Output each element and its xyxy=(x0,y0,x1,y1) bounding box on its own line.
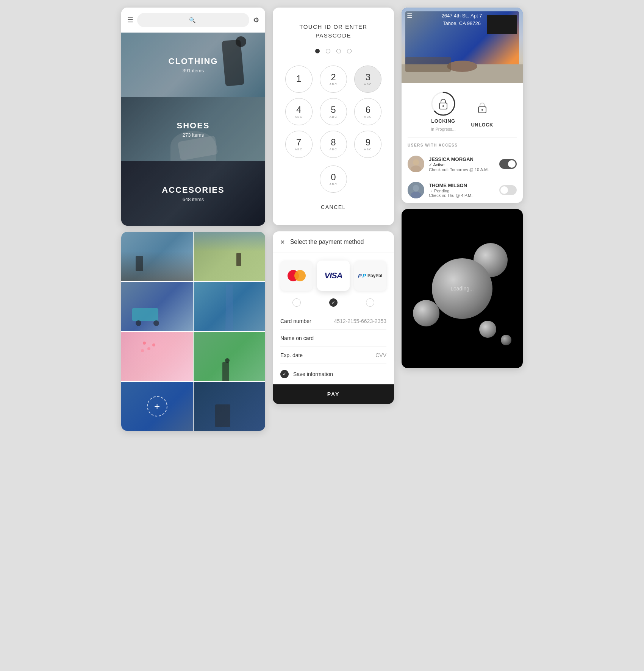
name-on-card-row[interactable]: Name on card xyxy=(280,330,386,347)
bubble-main: Loading... xyxy=(432,258,492,319)
search-bar[interactable]: 🔍 xyxy=(137,13,249,27)
key-0[interactable]: 0 ABC xyxy=(320,165,347,193)
user-row-jessica: JESSICA MORGAN ✓ Active Check out: Tomor… xyxy=(402,151,523,177)
jessica-info: JESSICA MORGAN ✓ Active Check out: Tomor… xyxy=(429,156,495,172)
key-9[interactable]: 9 ABC xyxy=(354,131,381,158)
payment-methods: VISA P P PayPal xyxy=(273,253,394,298)
radio-paypal[interactable] xyxy=(366,298,374,307)
passcode-dots xyxy=(315,49,352,53)
jessica-toggle[interactable] xyxy=(499,159,517,169)
paypal-logo: P P PayPal xyxy=(358,273,382,279)
key-1[interactable]: 1 xyxy=(285,66,313,93)
dot-4 xyxy=(347,49,352,53)
name-on-card-label: Name on card xyxy=(280,335,314,341)
save-checkbox[interactable]: ✓ xyxy=(280,370,289,378)
lock-controls: 0 LOCKING In Progress... 0 xyxy=(402,83,523,137)
photo-cell-4[interactable] xyxy=(194,282,265,331)
svg-point-12 xyxy=(413,185,419,192)
loading-panel: Loading... xyxy=(402,209,523,368)
thome-detail: Check in: Thu @ 4 P.M. xyxy=(429,193,495,198)
exp-cvv-row: Exp. date CVV xyxy=(280,347,386,364)
key-6[interactable]: 6 ABC xyxy=(354,98,381,125)
locking-arc xyxy=(429,89,458,118)
category-clothing[interactable]: CLOTHING 391 items xyxy=(121,33,265,97)
key-4[interactable]: 4 ABC xyxy=(285,98,313,125)
user-row-thome: THOME MILSON → Pending Check in: Thu @ 4… xyxy=(402,177,523,203)
save-check-icon: ✓ xyxy=(283,371,286,377)
category-name-clothing: CLOTHING xyxy=(169,56,218,66)
key-2[interactable]: 2 ABC xyxy=(320,66,347,93)
thome-status: → Pending xyxy=(429,189,495,193)
key-8[interactable]: 8 ABC xyxy=(320,131,347,158)
radio-paypal-wrap xyxy=(354,298,386,307)
menu-icon[interactable]: ☰ xyxy=(127,16,133,24)
svg-text:0: 0 xyxy=(481,109,483,111)
photo-cell-1[interactable] xyxy=(121,232,193,281)
category-count-shoes: 273 items xyxy=(183,132,204,138)
paypal-option[interactable]: P P PayPal xyxy=(354,261,386,291)
key-7[interactable]: 7 ABC xyxy=(285,131,313,158)
loading-bubbles: Loading... xyxy=(405,228,519,349)
jessica-detail: Check out: Tomorrow @ 10 A.M. xyxy=(429,167,495,172)
unlock-icon-wrap: 0 xyxy=(471,96,494,119)
cancel-button[interactable]: CANCEL xyxy=(317,200,350,214)
lock-action-unlock[interactable]: 0 UNLOCK xyxy=(471,96,494,128)
visa-option[interactable]: VISA xyxy=(317,261,349,291)
clothing-panel: ☰ 🔍 ⚙ CLOTHING 391 items xyxy=(121,8,265,226)
category-count-acc: 648 items xyxy=(183,197,204,202)
add-photo-button[interactable]: + xyxy=(147,396,167,417)
unlock-label: UNLOCK xyxy=(471,122,493,128)
lock-action-locking[interactable]: 0 LOCKING In Progress... xyxy=(431,92,455,131)
dot-1 xyxy=(315,49,320,53)
save-info-row: ✓ Save information xyxy=(273,364,394,384)
radio-mastercard xyxy=(280,298,313,307)
radio-mc[interactable] xyxy=(292,298,301,307)
filter-icon[interactable]: ⚙ xyxy=(253,16,259,24)
photo-cell-8[interactable] xyxy=(194,382,265,431)
lock-menu-icon[interactable]: ☰ xyxy=(407,12,412,19)
key-5[interactable]: 5 ABC xyxy=(320,98,347,125)
svg-point-9 xyxy=(413,159,419,166)
search-icon: 🔍 xyxy=(189,17,195,23)
category-accessories[interactable]: ACCESORIES 648 items xyxy=(121,161,265,226)
photo-cell-7[interactable]: + xyxy=(121,382,193,431)
photo-cell-3[interactable] xyxy=(121,282,193,331)
category-shoes[interactable]: SHOES 273 items xyxy=(121,97,265,161)
thome-toggle[interactable] xyxy=(499,185,517,195)
plus-icon: + xyxy=(154,401,160,412)
keypad: 1 2 ABC 3 ABC 4 ABC 5 ABC 6 ABC xyxy=(284,66,383,158)
payment-fields: Card number 4512-2155-6623-2353 Name on … xyxy=(273,313,394,364)
jessica-status: ✓ Active xyxy=(429,162,495,167)
key-3[interactable]: 3 ABC xyxy=(354,66,381,93)
payment-title: Select the payment method xyxy=(290,239,364,245)
close-button[interactable]: × xyxy=(280,238,285,246)
photo-grid-panel: + xyxy=(121,232,265,431)
radio-visa-wrap: ✓ xyxy=(317,298,349,307)
mastercard-logo xyxy=(288,270,306,281)
lock-hero: ☰ 2647 4th St., Apt 7 Tahoe, CA 98726 xyxy=(402,8,523,83)
jessica-avatar xyxy=(408,156,424,172)
card-number-label: Card number xyxy=(280,318,311,324)
photo-cell-5[interactable] xyxy=(121,332,193,381)
jessica-name: JESSICA MORGAN xyxy=(429,156,495,162)
users-section-title: USERS WITH ACCESS xyxy=(402,138,523,151)
card-number-row: Card number 4512-2155-6623-2353 xyxy=(280,313,386,330)
photo-cell-2[interactable] xyxy=(194,232,265,281)
key-zero-wrap: 0 ABC xyxy=(320,165,347,193)
photo-grid: + xyxy=(121,232,265,431)
bubble-bottom-left xyxy=(413,300,439,326)
radio-check-icon: ✓ xyxy=(331,300,335,305)
passcode-title: TOUCH ID OR ENTER PASSCODE xyxy=(299,23,367,40)
exp-date-label: Exp. date xyxy=(280,352,303,358)
photo-cell-6[interactable] xyxy=(194,332,265,381)
category-name-acc: ACCESORIES xyxy=(162,185,224,195)
radio-visa[interactable]: ✓ xyxy=(329,298,338,307)
category-count-clothing: 391 items xyxy=(183,68,204,73)
pay-button[interactable]: PAY xyxy=(273,384,394,404)
locking-label: LOCKING xyxy=(431,118,455,124)
payment-header: × Select the payment method xyxy=(273,231,394,253)
card-number-value: 4512-2155-6623-2353 xyxy=(334,318,386,324)
unlock-icon: 0 xyxy=(471,96,494,119)
mastercard-option[interactable] xyxy=(280,261,313,291)
cvv-label: CVV xyxy=(375,352,386,358)
